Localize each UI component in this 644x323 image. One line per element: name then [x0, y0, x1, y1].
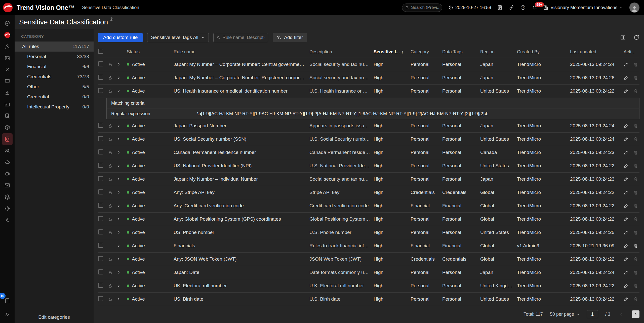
current-page-input[interactable]: 1: [587, 310, 598, 318]
rail-automation-icon[interactable]: [2, 168, 13, 180]
category-list-item[interactable]: Intellectual Property 0/0: [15, 102, 94, 112]
row-checkbox[interactable]: [98, 256, 103, 261]
row-checkbox[interactable]: [98, 269, 103, 274]
delete-rule-button[interactable]: [633, 177, 638, 182]
add-custom-rule-button[interactable]: Add custom rule: [98, 33, 143, 42]
refresh-button[interactable]: [633, 34, 639, 41]
row-checkbox[interactable]: [98, 189, 103, 194]
delete-rule-button[interactable]: [633, 257, 638, 262]
expand-chevron-icon[interactable]: [117, 244, 121, 248]
rail-attack-surface-icon[interactable]: [2, 41, 13, 52]
category-list-item[interactable]: Other 5/5: [15, 82, 94, 92]
column-header-rule-name[interactable]: Rule name: [174, 49, 309, 55]
delete-rule-button[interactable]: [633, 89, 638, 94]
row-checkbox[interactable]: [98, 88, 103, 93]
row-checkbox[interactable]: [98, 216, 103, 221]
column-header-data-tags[interactable]: Data Tags: [442, 49, 480, 55]
delete-rule-button[interactable]: [633, 123, 638, 128]
edit-rule-button[interactable]: [624, 123, 629, 128]
rail-endpoint-icon[interactable]: [2, 191, 13, 203]
row-checkbox[interactable]: [98, 203, 103, 208]
select-all-checkbox[interactable]: [98, 49, 103, 54]
tenant-selector[interactable]: Visionary Momentum Innovations: [543, 5, 623, 10]
rail-trend-home-icon[interactable]: [2, 29, 13, 41]
edit-rule-button[interactable]: [624, 137, 629, 142]
rule-search[interactable]: [213, 33, 268, 42]
row-checkbox[interactable]: [98, 61, 103, 66]
edit-rule-button[interactable]: [624, 190, 629, 195]
rail-tasks-button[interactable]: 10: [2, 295, 13, 306]
integrations-button[interactable]: [509, 5, 514, 10]
rail-identity-icon[interactable]: [2, 99, 13, 110]
rail-users-icon[interactable]: [2, 145, 13, 156]
delete-rule-button[interactable]: [633, 283, 638, 288]
report-button[interactable]: [497, 5, 503, 10]
expand-chevron-icon[interactable]: [117, 177, 121, 181]
expand-chevron-icon[interactable]: [117, 62, 121, 66]
help-button[interactable]: ?: [520, 5, 526, 10]
global-search[interactable]: [402, 4, 442, 12]
column-settings-button[interactable]: [620, 34, 626, 41]
column-header-sensitive-level[interactable]: Sensitive l...↑: [374, 49, 411, 55]
rail-inventory-icon[interactable]: [2, 122, 13, 133]
expand-chevron-icon[interactable]: [117, 164, 121, 168]
rail-expand-button[interactable]: [2, 308, 13, 320]
row-checkbox[interactable]: [98, 75, 103, 80]
edit-rule-button[interactable]: [624, 177, 629, 182]
edit-rule-button[interactable]: [624, 75, 629, 80]
rail-cloud-icon[interactable]: [2, 156, 13, 168]
rail-settings-icon[interactable]: [2, 214, 13, 226]
user-avatar[interactable]: [629, 3, 639, 13]
rail-intelligence-icon[interactable]: [2, 87, 13, 99]
edit-rule-button[interactable]: [624, 283, 629, 288]
row-checkbox[interactable]: [98, 163, 103, 168]
edit-rule-button[interactable]: [624, 217, 629, 222]
delete-rule-button[interactable]: [633, 62, 638, 67]
previous-page-button[interactable]: [617, 310, 625, 318]
category-list-item[interactable]: Financial 6/6: [15, 62, 94, 72]
delete-rule-button[interactable]: [633, 163, 638, 168]
edit-rule-button[interactable]: [624, 243, 629, 248]
edit-rule-button[interactable]: [624, 163, 629, 168]
row-checkbox[interactable]: [98, 283, 103, 288]
expand-chevron-icon[interactable]: [117, 89, 121, 93]
delete-rule-button[interactable]: [633, 230, 638, 235]
rail-xdr-icon[interactable]: [2, 64, 13, 75]
delete-rule-button[interactable]: [633, 75, 638, 80]
delete-rule-button[interactable]: [633, 137, 638, 142]
expand-chevron-icon[interactable]: [117, 190, 121, 194]
edit-rule-button[interactable]: [624, 203, 629, 208]
edit-rule-button[interactable]: [624, 297, 629, 302]
expand-chevron-icon[interactable]: [117, 284, 121, 288]
category-list-item[interactable]: All rules 117/117: [15, 42, 94, 52]
expand-chevron-icon[interactable]: [117, 297, 121, 301]
expand-chevron-icon[interactable]: [117, 257, 121, 261]
row-checkbox[interactable]: [98, 176, 103, 181]
edit-rule-button[interactable]: [624, 230, 629, 235]
column-header-status[interactable]: Status: [127, 49, 174, 55]
edit-rule-button[interactable]: [624, 89, 629, 94]
column-header-last-updated[interactable]: Last updated: [570, 49, 624, 55]
delete-rule-button[interactable]: [633, 297, 638, 302]
sensitive-level-filter-dropdown[interactable]: Sensitive level tags All: [147, 33, 209, 42]
column-header-region[interactable]: Region: [480, 49, 517, 55]
expand-chevron-icon[interactable]: [117, 230, 121, 234]
expand-chevron-icon[interactable]: [117, 137, 121, 141]
expand-chevron-icon[interactable]: [117, 204, 121, 208]
rail-search-logs-icon[interactable]: [2, 110, 13, 122]
row-checkbox[interactable]: [98, 243, 103, 248]
delete-rule-button[interactable]: [633, 150, 638, 155]
notifications-button[interactable]: 99+: [532, 5, 537, 10]
rail-dashboard-icon[interactable]: [2, 52, 13, 64]
expand-chevron-icon[interactable]: [117, 76, 121, 80]
row-checkbox[interactable]: [98, 123, 103, 128]
delete-rule-button[interactable]: [633, 203, 638, 208]
category-list-item[interactable]: Credential 0/0: [15, 92, 94, 102]
expand-chevron-icon[interactable]: [117, 217, 121, 221]
column-header-category[interactable]: Category: [411, 49, 442, 55]
delete-rule-button[interactable]: [633, 190, 638, 195]
rail-shield-icon[interactable]: [2, 18, 13, 29]
category-list-item[interactable]: Personal 33/33: [15, 52, 94, 62]
rail-data-classification-icon[interactable]: [2, 133, 13, 145]
edit-rule-button[interactable]: [624, 257, 629, 262]
